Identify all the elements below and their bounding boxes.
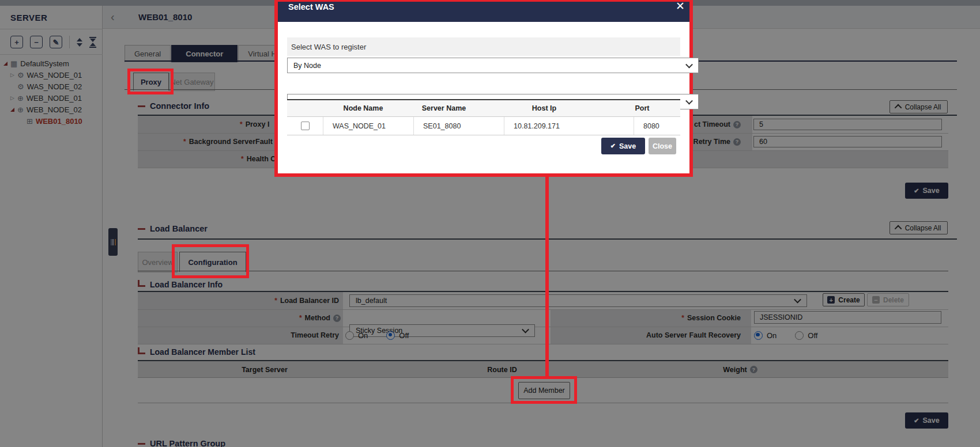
app-window: SERVER + − ✎ ▦ DefaultSystem ▷ ⚙ WAS_NOD… <box>0 0 980 447</box>
select-value: By Node <box>293 62 321 70</box>
checkbox-column-header <box>287 100 323 116</box>
chevron-down-icon <box>685 97 693 104</box>
filter-type-select[interactable]: By Node <box>287 58 699 73</box>
annotation-proxy-tab <box>127 69 174 94</box>
was-table-row[interactable]: WAS_NODE_01 SE01_8080 10.81.209.171 8080 <box>287 117 680 135</box>
column-port: Port <box>604 100 680 116</box>
checkbox[interactable] <box>301 122 310 130</box>
chevron-down-icon <box>685 60 693 68</box>
info-text: Select WAS to register <box>291 43 366 51</box>
dialog-close-button[interactable]: Close <box>649 138 676 154</box>
cell-server-name: SE01_8080 <box>413 117 504 135</box>
dialog-titlebar: Select WAS <box>278 2 689 22</box>
close-icon[interactable]: ✕ <box>676 0 685 13</box>
dialog-info-bar: Select WAS to register <box>287 37 680 56</box>
cell-port: 8080 <box>634 117 680 135</box>
cell-host-ip: 10.81.209.171 <box>504 117 634 135</box>
was-table: Node Name Server Name Host Ip Port WAS_N… <box>287 99 680 135</box>
check-icon: ✔ <box>610 142 616 150</box>
column-host-ip: Host Ip <box>484 100 604 116</box>
cell-node-name: WAS_NODE_01 <box>323 117 413 135</box>
select-was-dialog: Select WAS ✕ Select WAS to register By N… <box>274 0 693 177</box>
button-label: Save <box>619 142 636 150</box>
was-table-header: Node Name Server Name Host Ip Port <box>287 100 680 117</box>
dialog-save-button[interactable]: ✔ Save <box>601 138 645 154</box>
annotation-configuration-tab <box>172 244 249 278</box>
column-node-name: Node Name <box>323 100 404 116</box>
annotation-connector-line <box>545 177 549 377</box>
annotation-add-member <box>511 376 577 404</box>
dialog-title: Select WAS <box>288 2 334 12</box>
row-checkbox-cell <box>287 117 323 135</box>
column-server-name: Server Name <box>404 100 484 116</box>
